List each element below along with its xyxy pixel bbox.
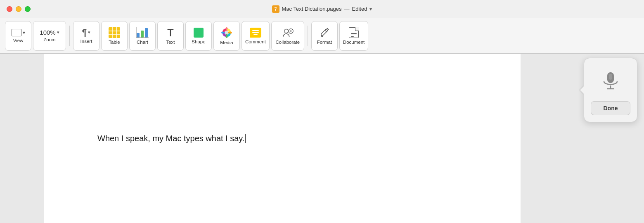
table-icon	[109, 27, 120, 38]
insert-icon: ¶ ▾	[82, 28, 91, 37]
view-icon: ▾	[12, 29, 25, 36]
page[interactable]: When I speak, my Mac types what I say.	[44, 54, 521, 223]
document-button[interactable]: Document	[339, 21, 368, 51]
svg-point-20	[284, 29, 288, 33]
document-title: Mac Text Dictation.pages	[282, 6, 342, 12]
zoom-chevron-icon: ▾	[57, 30, 59, 35]
traffic-lights	[7, 6, 31, 12]
insert-label: Insert	[80, 39, 92, 44]
titlebar: 7 Mac Text Dictation.pages — Edited ▾	[0, 0, 644, 18]
minimize-button[interactable]	[16, 6, 21, 12]
toolbar: ▾ View 100% ▾ Zoom ¶ ▾ Insert	[0, 18, 644, 54]
insert-button[interactable]: ¶ ▾ Insert	[73, 21, 99, 51]
main-area: When I speak, my Mac types what I say.	[0, 54, 644, 223]
media-button[interactable]: Media	[213, 21, 240, 51]
comment-button[interactable]: Comment	[242, 21, 270, 51]
collaborate-icon	[282, 27, 294, 38]
media-label: Media	[220, 40, 233, 45]
zoom-button[interactable]: 100% ▾ Zoom	[33, 21, 66, 51]
svg-rect-28	[609, 74, 612, 80]
format-button[interactable]: Format	[311, 21, 338, 51]
comment-label: Comment	[245, 39, 266, 44]
insert-chevron-icon: ▾	[88, 30, 90, 35]
view-button[interactable]: ▾ View	[5, 21, 31, 51]
comment-icon	[250, 28, 261, 38]
title-chevron[interactable]: ▾	[369, 6, 372, 12]
toolbar-separator-1	[69, 26, 70, 46]
zoom-value: 100%	[40, 29, 55, 36]
zoom-label: Zoom	[43, 37, 55, 42]
svg-rect-6	[141, 31, 144, 38]
format-icon	[319, 27, 330, 38]
svg-rect-5	[137, 33, 140, 38]
microphone-container	[596, 66, 625, 96]
text-label: Text	[166, 40, 175, 45]
done-button[interactable]: Done	[591, 101, 630, 115]
title-separator: —	[344, 6, 350, 12]
svg-point-19	[225, 31, 228, 34]
text-button[interactable]: T Text	[157, 21, 184, 51]
left-gutter	[0, 54, 44, 223]
view-chevron-icon: ▾	[23, 30, 25, 35]
shape-icon	[194, 28, 204, 38]
svg-rect-0	[109, 27, 120, 38]
page-content: When I speak, my Mac types what I say.	[97, 54, 467, 223]
maximize-button[interactable]	[25, 6, 31, 12]
right-gutter: Done	[521, 54, 644, 223]
document-text[interactable]: When I speak, my Mac types what I say.	[97, 133, 246, 144]
app-icon: 7	[272, 5, 279, 13]
chart-icon	[136, 27, 149, 38]
collaborate-button[interactable]: Collaborate	[271, 21, 304, 51]
svg-line-24	[327, 28, 329, 30]
chart-button[interactable]: Chart	[129, 21, 156, 51]
shape-button[interactable]: Shape	[185, 21, 212, 51]
text-icon: T	[167, 27, 174, 38]
document-body-text: When I speak, my Mac types what I say.	[97, 133, 244, 144]
document-icon	[349, 27, 359, 38]
chart-label: Chart	[137, 40, 148, 45]
collaborate-label: Collaborate	[275, 40, 300, 45]
shape-label: Shape	[192, 39, 205, 44]
title-area: 7 Mac Text Dictation.pages — Edited ▾	[272, 5, 372, 13]
microphone-icon	[599, 70, 622, 93]
format-label: Format	[317, 40, 332, 45]
media-icon	[221, 27, 232, 38]
table-label: Table	[109, 40, 120, 45]
document-area: When I speak, my Mac types what I say.	[44, 54, 521, 223]
document-label: Document	[343, 40, 365, 45]
svg-rect-7	[145, 28, 148, 38]
document-status: Edited	[352, 6, 367, 12]
toolbar-separator-2	[308, 26, 308, 46]
dictation-popup: Done	[584, 58, 637, 122]
table-button[interactable]: Table	[101, 21, 128, 51]
view-label: View	[13, 38, 24, 43]
zoom-icon: 100% ▾	[40, 29, 59, 36]
text-cursor	[245, 134, 246, 143]
paragraph-icon: ¶	[82, 28, 87, 37]
close-button[interactable]	[7, 6, 12, 12]
